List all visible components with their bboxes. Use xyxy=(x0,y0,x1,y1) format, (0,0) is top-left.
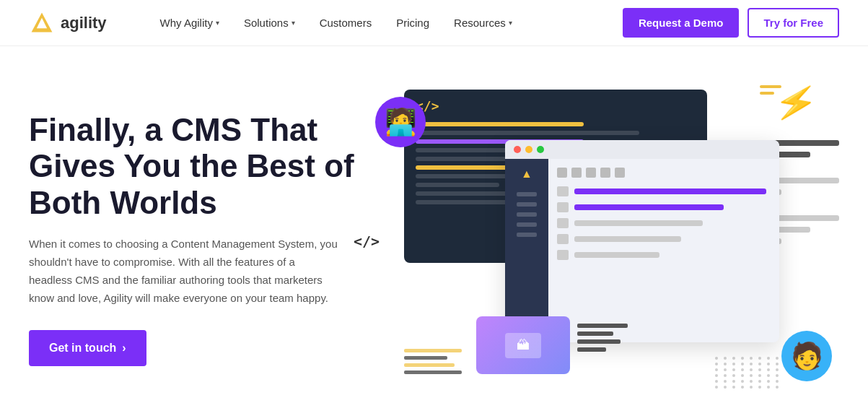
nav-item-solutions[interactable]: Solutions ▾ xyxy=(234,11,305,35)
request-demo-button[interactable]: Request a Demo xyxy=(623,8,740,38)
nav-links: Why Agility ▾ Solutions ▾ Customers Pric… xyxy=(150,11,623,35)
dot xyxy=(732,374,735,377)
dot xyxy=(724,357,727,360)
hero-description: When it comes to choosing a Content Mana… xyxy=(29,235,339,307)
dot xyxy=(776,386,779,389)
cms-toolbar xyxy=(557,168,771,178)
dot xyxy=(750,357,753,360)
cms-item-icon xyxy=(557,202,569,212)
dot xyxy=(758,386,761,389)
dot xyxy=(732,363,735,365)
dot xyxy=(750,386,753,389)
dot xyxy=(758,357,761,360)
hero-content: Finally, a CMS That Gives You the Best o… xyxy=(29,112,361,367)
dot xyxy=(715,363,718,365)
cms-sidebar-item xyxy=(517,212,537,217)
dot xyxy=(776,357,779,360)
nav-item-pricing[interactable]: Pricing xyxy=(386,11,439,35)
dot xyxy=(715,368,718,371)
dot xyxy=(767,357,770,360)
arrow-icon: › xyxy=(122,342,126,355)
cms-item-icon xyxy=(557,234,569,244)
dot xyxy=(776,368,779,371)
dot xyxy=(776,380,779,383)
chevron-down-icon: ▾ xyxy=(291,19,295,27)
try-free-button[interactable]: Try for Free xyxy=(748,8,839,38)
cms-content-bar xyxy=(574,236,681,242)
navbar: agility Why Agility ▾ Solutions ▾ Custom… xyxy=(0,0,868,46)
dot xyxy=(776,363,779,365)
code-line xyxy=(416,131,639,135)
card-line xyxy=(577,339,621,344)
dot xyxy=(750,368,753,371)
image-placeholder: 🏔 xyxy=(505,333,541,358)
dot xyxy=(750,363,753,365)
dot xyxy=(724,374,727,377)
toolbar-icon xyxy=(586,168,596,178)
cms-sidebar-item xyxy=(517,233,537,237)
cms-content-bar xyxy=(574,220,703,226)
dot xyxy=(758,368,761,371)
hero-section: Finally, a CMS That Gives You the Best o… xyxy=(0,46,868,403)
cms-body: ▲ xyxy=(505,159,779,339)
card-line xyxy=(577,332,613,336)
dot xyxy=(767,374,770,377)
nav-item-resources[interactable]: Resources ▾ xyxy=(444,11,522,35)
cms-content-row xyxy=(557,186,771,196)
toolbar-icon xyxy=(557,168,567,178)
lightning-icon: ⚡ xyxy=(771,79,821,126)
cms-content-row xyxy=(557,234,771,244)
nav-item-customers[interactable]: Customers xyxy=(310,11,382,35)
dot xyxy=(767,368,770,371)
dot xyxy=(767,380,770,383)
dot xyxy=(715,380,718,383)
dot xyxy=(741,357,744,360)
dot xyxy=(732,368,735,371)
avatar-support: 🧑 xyxy=(781,331,832,381)
chevron-down-icon: ▾ xyxy=(216,19,219,27)
cms-content-row xyxy=(557,250,771,260)
toolbar-icon xyxy=(571,168,582,178)
dot xyxy=(715,386,718,389)
code-line xyxy=(416,183,499,187)
code-editor-topbar: </> xyxy=(416,98,696,113)
hero-title: Finally, a CMS That Gives You the Best o… xyxy=(29,112,361,222)
cms-sidebar-item xyxy=(517,222,537,227)
cms-item-icon xyxy=(557,186,569,196)
decorative-line xyxy=(404,363,455,367)
nav-actions: Request a Demo Try for Free xyxy=(623,8,839,38)
dot xyxy=(724,368,727,371)
logo-text: agility xyxy=(61,14,107,32)
dot xyxy=(741,363,744,365)
dot xyxy=(715,357,718,360)
window-dot-yellow xyxy=(525,146,532,153)
cms-main-content xyxy=(548,159,779,339)
cms-content-bar xyxy=(574,188,766,194)
dot xyxy=(724,363,727,365)
cms-item-icon xyxy=(557,218,569,228)
dot xyxy=(741,386,744,389)
cms-logo-icon: ▲ xyxy=(521,168,532,181)
dot xyxy=(750,374,753,377)
dot xyxy=(732,357,735,360)
dot xyxy=(776,374,779,377)
dot xyxy=(732,386,735,389)
decorative-line xyxy=(404,349,462,352)
toolbar-icon xyxy=(615,168,625,178)
dot xyxy=(758,374,761,377)
avatar-developer: 🧑‍💻 xyxy=(375,97,426,147)
dot xyxy=(741,374,744,377)
logo[interactable]: agility xyxy=(29,10,107,36)
dot xyxy=(715,374,718,377)
decorative-line xyxy=(404,356,447,360)
dot xyxy=(758,363,761,365)
cms-content-row xyxy=(557,218,771,228)
card-line xyxy=(577,347,606,352)
cms-sidebar-item xyxy=(517,202,537,207)
nav-item-why-agility[interactable]: Why Agility ▾ xyxy=(150,11,229,35)
dot xyxy=(724,386,727,389)
dot xyxy=(767,386,770,389)
dot xyxy=(750,380,753,383)
get-in-touch-button[interactable]: Get in touch › xyxy=(29,330,146,366)
yellow-decorative-lines xyxy=(404,349,462,374)
